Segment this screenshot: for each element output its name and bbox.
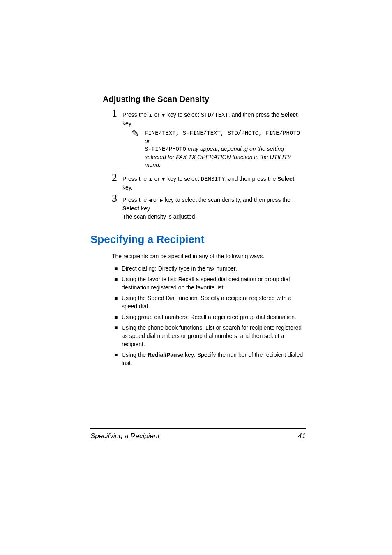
bullet-list: ■ Direct dialing: Directly type in the f… (114, 264, 306, 367)
text: Using the phone book functions: List or … (122, 324, 306, 348)
list-item: ■ Direct dialing: Directly type in the f… (114, 264, 306, 273)
steps-list: 1 Press the or key to select STD/TEXT, a… (112, 108, 306, 221)
text: , and then press the (225, 176, 277, 182)
bold-key: Select (277, 176, 294, 182)
down-arrow-icon (161, 111, 166, 118)
text: key. (122, 120, 133, 127)
step-3: 3 Press the or key to select the scan de… (112, 193, 306, 221)
code-text: DENSITY (201, 176, 225, 183)
text: key. (122, 184, 133, 191)
step-2: 2 Press the or key to select DENSITY, an… (112, 172, 306, 192)
text: key to select the scan density, and then… (163, 197, 290, 203)
footer-rule (90, 428, 306, 429)
bold-key: Redial/Pause (148, 352, 183, 358)
bullet-icon: ■ (114, 264, 122, 273)
text: or (145, 138, 150, 144)
up-arrow-icon (148, 176, 153, 182)
note-icon: ✎ (131, 129, 145, 138)
code-text: FINE/TEXT, S-FINE/TEXT, STD/PHOTO, FINE/… (145, 130, 300, 136)
text: key. (139, 205, 151, 212)
list-item: ■ Using the Redial/Pause key: Specify th… (114, 351, 306, 367)
note-text: FINE/TEXT, S-FINE/TEXT, STD/PHOTO, FINE/… (145, 129, 306, 169)
step-number: 3 (112, 193, 122, 204)
step-body: Press the or key to select STD/TEXT, and… (122, 108, 306, 127)
left-arrow-icon (148, 197, 152, 203)
step-body: Press the or key to select the scan dens… (122, 193, 306, 221)
code-text: STD/TEXT (201, 112, 228, 118)
text: Using the Redial/Pause key: Specify the … (122, 351, 306, 367)
text: Using group dial numbers: Recall a regis… (122, 313, 296, 321)
bullet-icon: ■ (114, 294, 122, 302)
bullet-icon: ■ (114, 275, 122, 283)
text: Using the (122, 352, 148, 358)
bold-key: Select (122, 205, 139, 212)
intro-paragraph: The recipients can be specified in any o… (112, 252, 306, 260)
text: key to select (166, 111, 201, 118)
step-number: 2 (112, 172, 122, 183)
text: Press the (122, 111, 148, 118)
bullet-icon: ■ (114, 351, 122, 359)
text: Using the Speed Dial function: Specify a… (122, 294, 306, 310)
bullet-icon: ■ (114, 324, 122, 332)
page-footer: Specifying a Recipient 41 (90, 428, 306, 440)
down-arrow-icon (161, 176, 166, 182)
text: or (153, 111, 161, 118)
page: Adjusting the Scan Density 1 Press the o… (0, 0, 392, 555)
page-number: 41 (298, 432, 306, 440)
bullet-icon: ■ (114, 313, 122, 321)
text: or (153, 176, 161, 182)
step-body: Press the or key to select DENSITY, and … (122, 172, 306, 192)
footer-row: Specifying a Recipient 41 (90, 432, 306, 440)
list-item: ■ Using the phone book functions: List o… (114, 324, 306, 348)
note-block: ✎ FINE/TEXT, S-FINE/TEXT, STD/PHOTO, FIN… (131, 129, 306, 169)
text: The scan density is adjusted. (122, 213, 197, 220)
up-arrow-icon (148, 111, 153, 118)
heading-adjust-scan-density: Adjusting the Scan Density (103, 95, 306, 104)
step-1: 1 Press the or key to select STD/TEXT, a… (112, 108, 306, 127)
list-item: ■ Using the favorite list: Recall a spee… (114, 275, 306, 291)
list-item: ■ Using group dial numbers: Recall a reg… (114, 313, 306, 321)
text: Using the favorite list: Recall a speed … (122, 275, 306, 291)
step-number: 1 (112, 108, 122, 119)
text: Press the (122, 176, 148, 182)
list-item: ■ Using the Speed Dial function: Specify… (114, 294, 306, 310)
text: Direct dialing: Directly type in the fax… (122, 264, 237, 273)
bold-key: Select (281, 111, 298, 118)
code-text: S-FINE/PHOTO (145, 146, 186, 153)
footer-section-title: Specifying a Recipient (90, 432, 159, 440)
text: or (152, 197, 160, 203)
text: , and then press the (228, 111, 281, 118)
text: key to select (166, 176, 201, 182)
heading-specifying-recipient: Specifying a Recipient (90, 233, 306, 246)
text: Press the (122, 197, 148, 203)
